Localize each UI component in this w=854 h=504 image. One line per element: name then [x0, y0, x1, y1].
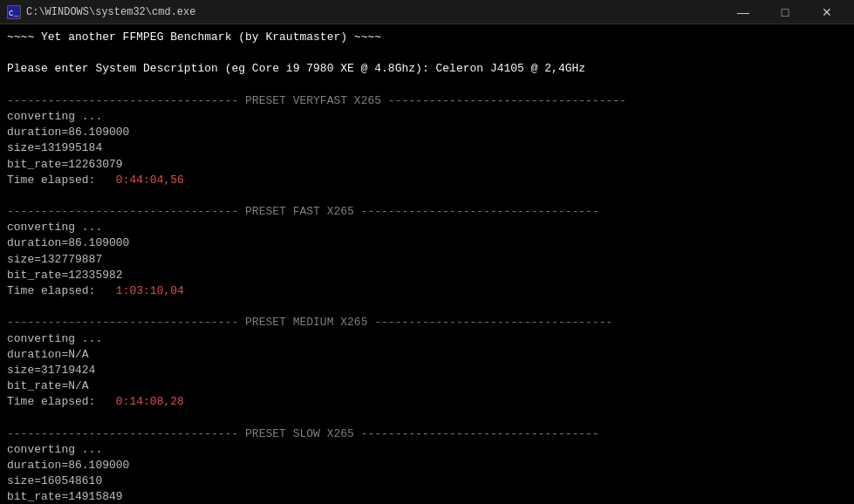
- bitrate-4: bit_rate=14915849: [7, 489, 847, 504]
- separator-medium: ---------------------------------- PRESE…: [7, 315, 847, 330]
- time-value-3: 0:14:08,28: [116, 395, 184, 408]
- time-elapsed-2: Time elapsed: 1:03:10,04: [7, 283, 847, 299]
- converting-2: converting ...: [7, 220, 847, 235]
- title-bar-left: C_ C:\WINDOWS\system32\cmd.exe: [7, 5, 195, 19]
- separator-slow: ---------------------------------- PRESE…: [7, 426, 847, 442]
- header-line: ~~~~ Yet another FFMPEG Benchmark (by Kr…: [7, 30, 847, 45]
- time-value-2: 1:03:10,04: [116, 284, 184, 297]
- separator-fast: ---------------------------------- PRESE…: [7, 204, 847, 220]
- converting-3: converting ...: [7, 331, 847, 347]
- blank-2: [7, 78, 847, 93]
- converting-1: converting ...: [7, 109, 847, 125]
- converting-4: converting ...: [7, 442, 847, 458]
- close-button[interactable]: ✕: [807, 0, 847, 24]
- duration-2: duration=86.109000: [7, 235, 847, 251]
- duration-1: duration=86.109000: [7, 125, 847, 140]
- blank-5: [7, 411, 847, 426]
- blank-3: [7, 188, 847, 204]
- time-elapsed-1: Time elapsed: 0:44:04,56: [7, 173, 847, 188]
- window-title: C:\WINDOWS\system32\cmd.exe: [26, 6, 195, 18]
- minimize-button[interactable]: —: [723, 0, 763, 24]
- size-4: size=160548610: [7, 473, 847, 489]
- size-1: size=131995184: [7, 140, 847, 156]
- svg-text:C_: C_: [9, 10, 18, 18]
- terminal-output: ~~~~ Yet another FFMPEG Benchmark (by Kr…: [0, 24, 854, 504]
- time-value-1: 0:44:04,56: [116, 174, 184, 187]
- bitrate-2: bit_rate=12335982: [7, 268, 847, 283]
- cmd-icon: C_: [7, 5, 21, 19]
- separator-veryfast: ---------------------------------- PRESE…: [7, 93, 847, 109]
- time-elapsed-3: Time elapsed: 0:14:08,28: [7, 394, 847, 410]
- size-2: size=132779887: [7, 252, 847, 268]
- duration-3: duration=N/A: [7, 347, 847, 363]
- window: C_ C:\WINDOWS\system32\cmd.exe — □ ✕ ~~~…: [0, 0, 854, 504]
- blank-1: [7, 45, 847, 61]
- title-bar: C_ C:\WINDOWS\system32\cmd.exe — □ ✕: [0, 0, 854, 24]
- bitrate-3: bit_rate=N/A: [7, 378, 847, 394]
- description-line: Please enter System Description (eg Core…: [7, 61, 847, 77]
- blank-4: [7, 299, 847, 315]
- maximize-button[interactable]: □: [765, 0, 805, 24]
- duration-4: duration=86.109000: [7, 458, 847, 473]
- size-3: size=31719424: [7, 363, 847, 378]
- bitrate-1: bit_rate=12263079: [7, 157, 847, 173]
- window-controls: — □ ✕: [723, 0, 847, 24]
